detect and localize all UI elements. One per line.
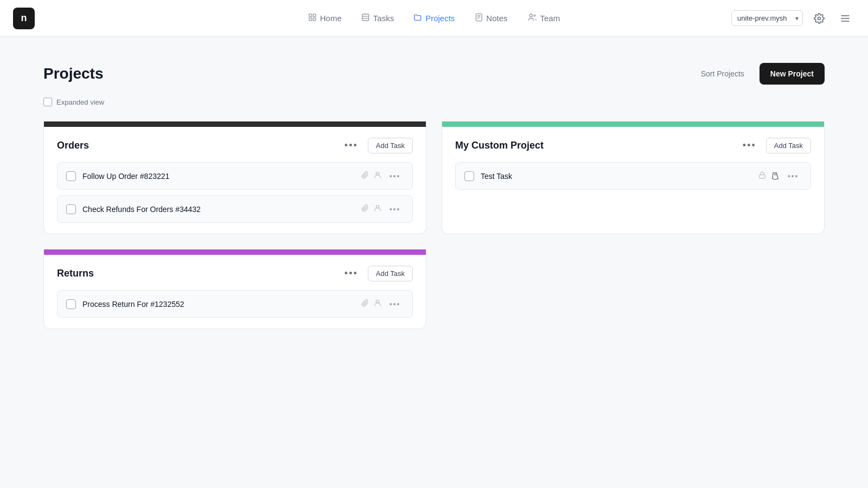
orders-more-button[interactable]: ••• <box>341 139 361 152</box>
orders-task-list: Follow Up Order #823221 ••• <box>57 162 413 223</box>
svg-rect-4 <box>362 14 369 21</box>
svg-point-11 <box>529 14 532 17</box>
new-project-button[interactable]: New Project <box>760 63 825 85</box>
orders-add-task-button[interactable]: Add Task <box>368 138 413 153</box>
nav-item-tasks[interactable]: Tasks <box>353 9 403 28</box>
task-checkbox[interactable] <box>66 204 76 214</box>
page-title: Projects <box>43 65 104 82</box>
task-name: Process Return For #1232552 <box>82 300 355 309</box>
page-actions: Sort Projects New Project <box>694 63 825 85</box>
custom-project-name: My Custom Project <box>455 140 544 151</box>
task-item: Check Refunds For Orders #34432 ••• <box>57 195 413 223</box>
custom-more-button[interactable]: ••• <box>739 139 760 152</box>
project-card-custom: My Custom Project ••• Add Task Test Task <box>442 121 825 234</box>
task-checkbox[interactable] <box>66 171 76 181</box>
returns-task-list: Process Return For #1232552 ••• <box>57 290 413 318</box>
task-name: Test Task <box>481 172 752 181</box>
expanded-view-label: Expanded view <box>56 98 104 106</box>
task-item: Process Return For #1232552 ••• <box>57 290 413 318</box>
task-checkbox[interactable] <box>464 171 474 181</box>
returns-card-inner: Returns ••• Add Task Process Return For … <box>44 255 426 329</box>
person-icon[interactable] <box>373 204 382 214</box>
custom-color-bar <box>442 121 824 127</box>
task-actions: ••• <box>361 298 404 310</box>
hamburger-button[interactable] <box>835 9 855 28</box>
task-name: Follow Up Order #823221 <box>82 172 355 181</box>
task-actions: ••• <box>361 203 404 215</box>
task-name: Check Refunds For Orders #34432 <box>82 205 355 214</box>
svg-rect-19 <box>759 175 765 178</box>
nav-item-team[interactable]: Team <box>519 9 569 28</box>
returns-header-actions: ••• Add Task <box>341 266 413 281</box>
home-icon <box>308 13 317 24</box>
orders-project-name: Orders <box>57 140 89 151</box>
custom-add-task-button[interactable]: Add Task <box>766 138 811 153</box>
svg-rect-0 <box>309 14 312 17</box>
lock-icon[interactable] <box>758 171 766 181</box>
person-icon[interactable] <box>373 299 382 309</box>
header-right: unite-prev.mysh <box>731 9 855 28</box>
projects-grid: Orders ••• Add Task Follow Up Order #823… <box>43 121 825 329</box>
project-card-returns: Returns ••• Add Task Process Return For … <box>43 249 426 329</box>
custom-card-inner: My Custom Project ••• Add Task Test Task <box>442 127 824 201</box>
task-item: Test Task ••• <box>455 162 811 190</box>
header: n Home Tasks Projects <box>0 0 868 37</box>
attachment-icon[interactable] <box>361 171 369 181</box>
sort-projects-button[interactable]: Sort Projects <box>694 65 751 82</box>
main-content: Projects Sort Projects New Project Expan… <box>0 37 868 355</box>
orders-header-actions: ••• Add Task <box>341 138 413 153</box>
nav-item-home[interactable]: Home <box>299 9 350 28</box>
expanded-view-toggle: Expanded view <box>43 98 825 106</box>
task-more-button[interactable]: ••• <box>386 170 404 182</box>
expanded-view-checkbox[interactable] <box>43 98 52 106</box>
custom-header: My Custom Project ••• Add Task <box>455 138 811 153</box>
returns-color-bar <box>44 249 426 255</box>
task-item: Follow Up Order #823221 ••• <box>57 162 413 190</box>
returns-more-button[interactable]: ••• <box>341 267 361 280</box>
orders-header: Orders ••• Add Task <box>57 138 413 153</box>
orders-color-bar <box>44 121 426 127</box>
returns-add-task-button[interactable]: Add Task <box>368 266 413 281</box>
task-more-button[interactable]: ••• <box>386 298 404 310</box>
custom-header-actions: ••• Add Task <box>739 138 811 153</box>
returns-project-name: Returns <box>57 268 94 279</box>
task-checkbox[interactable] <box>66 299 76 309</box>
returns-header: Returns ••• Add Task <box>57 266 413 281</box>
task-more-button[interactable]: ••• <box>784 170 802 182</box>
person-icon[interactable] <box>373 171 382 181</box>
team-icon <box>527 13 537 24</box>
nav-item-notes[interactable]: Notes <box>465 9 516 28</box>
svg-rect-3 <box>313 18 316 21</box>
page-header: Projects Sort Projects New Project <box>43 63 825 85</box>
attachment-icon[interactable] <box>361 204 369 214</box>
nav-item-projects[interactable]: Projects <box>405 9 463 28</box>
task-more-button[interactable]: ••• <box>386 203 404 215</box>
task-actions: ••• <box>361 170 404 182</box>
shopify-icon[interactable] <box>770 171 780 181</box>
attachment-icon[interactable] <box>361 299 369 309</box>
notes-icon <box>474 13 483 24</box>
logo[interactable]: n <box>13 8 35 29</box>
store-selector-wrapper: unite-prev.mysh <box>731 10 803 26</box>
svg-point-12 <box>534 15 535 16</box>
header-left: n <box>13 8 35 29</box>
projects-icon <box>413 13 422 24</box>
store-selector[interactable]: unite-prev.mysh <box>731 10 803 26</box>
svg-rect-2 <box>309 18 312 21</box>
settings-button[interactable] <box>809 9 829 28</box>
svg-rect-1 <box>313 14 316 17</box>
main-nav: Home Tasks Projects Notes <box>299 9 569 28</box>
project-card-orders: Orders ••• Add Task Follow Up Order #823… <box>43 121 426 234</box>
svg-point-13 <box>818 17 821 20</box>
task-actions: ••• <box>758 170 802 182</box>
tasks-icon <box>361 13 370 24</box>
custom-task-list: Test Task ••• <box>455 162 811 190</box>
orders-card-inner: Orders ••• Add Task Follow Up Order #823… <box>44 127 426 234</box>
